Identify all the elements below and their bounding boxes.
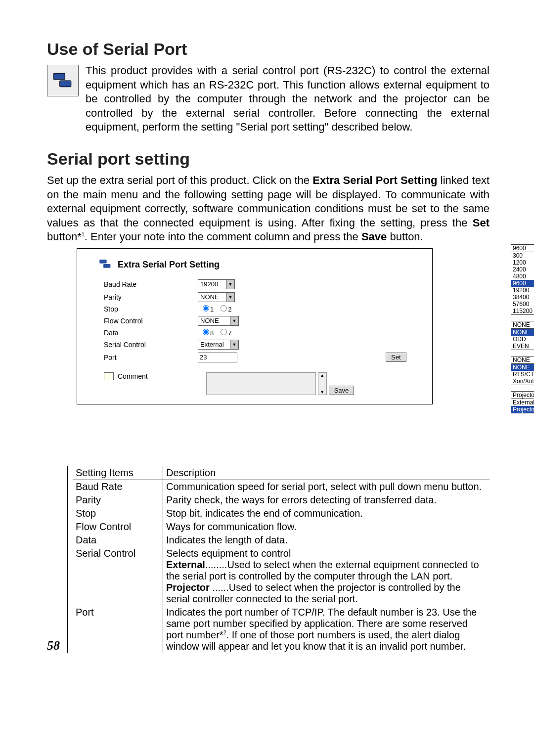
dropdown-serial-control-options: Projector▼ External Projector xyxy=(511,391,534,413)
label-baud-rate: Baud Rate xyxy=(89,280,198,288)
dropdown-flow-options: NONE▼ NONE RTS/CTS Xon/Xoff xyxy=(511,356,534,385)
table-row-serial-control: Serial Control Selects equipment to cont… xyxy=(73,547,490,606)
setting-paragraph: Set up the extra serial port of this pro… xyxy=(47,174,490,244)
table-row: Flow ControlWays for communication flow. xyxy=(73,520,490,534)
table-row: DataIndicates the length of data. xyxy=(73,534,490,547)
label-comment: Comment xyxy=(118,372,148,380)
label-flow-control: Flow Control xyxy=(89,317,198,325)
page-number: 58 xyxy=(47,638,67,653)
panel-title: Extra Serial Port Setting xyxy=(118,260,220,270)
serial-port-icon xyxy=(47,65,79,96)
chevron-down-icon: ▼ xyxy=(226,293,234,302)
label-port: Port xyxy=(89,354,198,361)
select-serial-control[interactable]: External▼ xyxy=(198,340,239,350)
input-port[interactable]: 23 xyxy=(198,353,237,362)
intro-paragraph: This product provides with a serial cont… xyxy=(86,64,490,134)
select-baud-rate[interactable]: 19200▼ xyxy=(198,279,235,289)
chevron-down-icon: ▼ xyxy=(230,340,238,349)
table-header-description: Description xyxy=(163,466,490,480)
table-row: ParityParity check, the ways for errors … xyxy=(73,493,490,507)
radio-data-7[interactable] xyxy=(221,329,227,335)
settings-description-table: Setting Items Description Baud RateCommu… xyxy=(73,466,490,653)
radio-stop-2[interactable] xyxy=(221,305,227,311)
chevron-down-icon: ▼ xyxy=(226,280,234,289)
select-parity[interactable]: NONE▼ xyxy=(198,292,235,302)
svg-rect-1 xyxy=(60,81,71,87)
heading-use-serial-port: Use of Serial Port xyxy=(47,40,490,59)
label-serial-control: Serial Control xyxy=(89,341,198,349)
svg-rect-5 xyxy=(103,264,110,268)
panel-serial-icon xyxy=(99,258,112,272)
svg-rect-4 xyxy=(99,260,106,264)
label-data: Data xyxy=(89,329,198,337)
save-button[interactable]: Save xyxy=(329,386,355,395)
dropdown-parity-options: NONE▼ NONE ODD EVEN xyxy=(511,321,534,350)
select-flow-control[interactable]: NONE▼ xyxy=(198,316,239,326)
set-button[interactable]: Set xyxy=(386,353,406,362)
radio-stop-1[interactable] xyxy=(203,305,209,311)
label-stop: Stop xyxy=(89,305,198,313)
comment-icon xyxy=(104,372,114,380)
scrollbar[interactable]: ▲▼ xyxy=(318,372,327,395)
heading-serial-port-setting: Serial port setting xyxy=(47,149,490,169)
radio-data[interactable]: 8 7 xyxy=(198,329,231,337)
dropdown-baud-options: 9600▼ 300 1200 2400 4800 9600 19200 3840… xyxy=(511,244,534,315)
radio-stop[interactable]: 1 2 xyxy=(198,305,231,313)
table-row: Baud RateCommunication speed for serial … xyxy=(73,480,490,493)
comment-textarea[interactable] xyxy=(206,372,316,395)
chevron-down-icon: ▼ xyxy=(230,316,238,325)
table-row-port: Port Indicates the port number of TCP/IP… xyxy=(73,606,490,653)
radio-data-8[interactable] xyxy=(203,329,209,335)
svg-rect-0 xyxy=(53,73,65,80)
table-row: StopStop bit, indicates the end of commu… xyxy=(73,507,490,520)
label-parity: Parity xyxy=(89,293,198,301)
serial-port-panel-screenshot: Extra Serial Port Setting Baud Rate 1920… xyxy=(77,248,490,466)
table-header-items: Setting Items xyxy=(73,466,163,480)
